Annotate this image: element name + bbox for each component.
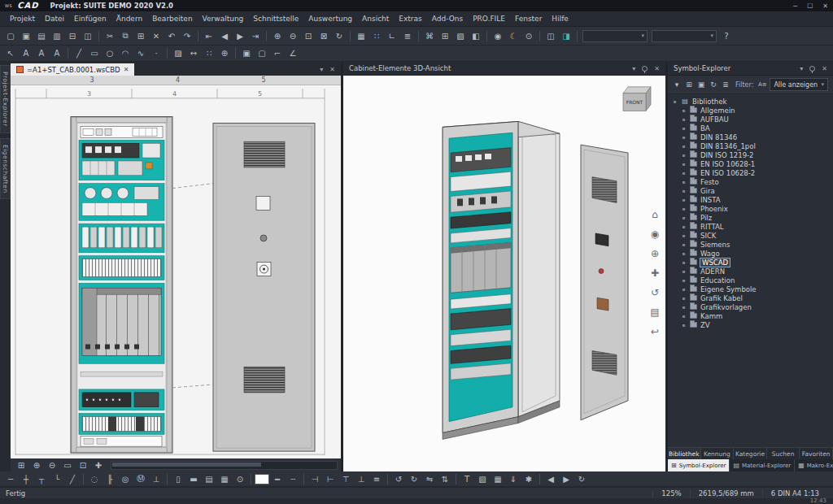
tab-bar-close-icon[interactable]: ✕ — [329, 66, 335, 73]
tree-item-din-iso-1219-2[interactable]: ▪DIN ISO 1219-2 — [672, 150, 833, 159]
wire-angle-icon[interactable]: ╱ — [65, 473, 80, 485]
menu-fenster[interactable]: Fenster — [510, 13, 547, 24]
menu-pro-file[interactable]: PRO.FILE — [468, 13, 510, 24]
pin-icon[interactable] — [642, 66, 648, 72]
view-tab-kategorie[interactable]: Kategorie — [734, 448, 767, 459]
window-split-icon[interactable]: ◫ — [543, 30, 558, 42]
draw-rectangle-icon[interactable]: ▭ — [87, 47, 102, 59]
tab-list-icon[interactable]: ▾ — [320, 66, 323, 73]
tree-item-festo[interactable]: ▪Festo — [672, 177, 833, 186]
tree-item-wscad[interactable]: ▪WSCAD — [672, 258, 833, 267]
viewer-3d-canvas[interactable]: FRONT ⌂◉⊕✚↺▤↩ — [343, 76, 665, 471]
zoom-view-icon[interactable]: ⊕ — [648, 247, 661, 260]
menu-auswertung[interactable]: Auswertung — [303, 13, 357, 24]
first-sheet-icon[interactable]: ⇤ — [202, 30, 216, 42]
align-bottom-icon[interactable]: ⊥ — [354, 473, 369, 485]
new-document-icon[interactable]: ▢ — [3, 30, 18, 42]
view-tab-favoriten[interactable]: Favoriten — [800, 448, 833, 459]
mirror-vertical-icon[interactable]: ⇅ — [438, 473, 452, 485]
color-swatch[interactable] — [255, 474, 269, 484]
wire-cross-icon[interactable]: ┼ — [19, 473, 33, 485]
zoom-selection-doc-icon[interactable]: ⊡ — [76, 459, 90, 471]
pan-view-icon[interactable]: ✚ — [648, 267, 661, 280]
home-view-icon[interactable]: ⌂ — [648, 208, 661, 221]
text-style-large-icon[interactable]: A — [19, 47, 33, 59]
menu-extras[interactable]: Extras — [394, 13, 426, 24]
wire-corner-icon[interactable]: └ — [50, 473, 64, 485]
copy-icon[interactable]: ⧉ — [118, 30, 133, 42]
tree-item-grafik-kabel[interactable]: ▪Grafik Kabel — [672, 293, 833, 302]
panel-tab-symbol-explorer[interactable]: ⊞Symbol-Explorer — [668, 459, 730, 471]
menu-einf-gen[interactable]: Einfügen — [69, 13, 111, 24]
sheet-overview-icon[interactable]: ⊞ — [14, 459, 28, 471]
plugin-manager-icon[interactable]: ◧ — [469, 30, 483, 42]
grid-icon[interactable]: ▦ — [354, 30, 369, 42]
text-style-medium-icon[interactable]: A — [34, 47, 49, 59]
exit-3d-icon[interactable]: ↩ — [648, 325, 661, 338]
tree-item-aufbau[interactable]: ▪AUFBAU — [672, 115, 833, 124]
minimize-button[interactable]: ─ — [793, 2, 797, 10]
mounting-rail-icon[interactable]: ▬ — [186, 473, 201, 485]
orbit-view-icon[interactable]: ◉ — [648, 228, 661, 241]
pin-icon[interactable] — [809, 66, 815, 72]
redraw-icon[interactable]: ↻ — [332, 30, 347, 42]
tab-close-icon[interactable]: ✕ — [124, 66, 129, 73]
next-sheet-icon[interactable]: ▶ — [233, 30, 247, 42]
expander-icon[interactable]: ▪ — [681, 188, 687, 193]
cabinet-layout-icon[interactable]: ▯ — [171, 473, 185, 485]
orientation-cube[interactable]: FRONT — [623, 87, 651, 111]
expander-icon[interactable]: ▪ — [681, 143, 687, 149]
wire-icon[interactable]: ─ — [3, 473, 18, 485]
text-style-small-icon[interactable]: A — [50, 47, 64, 59]
panel-close-icon[interactable]: ✕ — [822, 65, 827, 72]
draw-point-icon[interactable]: · — [149, 47, 164, 59]
align-top-icon[interactable]: ⊤ — [338, 473, 353, 485]
save-icon[interactable]: ▤ — [34, 30, 49, 42]
3d-view-icon[interactable]: ◨ — [559, 30, 574, 42]
draw-circle-icon[interactable]: ○ — [102, 47, 117, 59]
tree-item-din-81346[interactable]: ▪DIN 81346 — [672, 133, 833, 141]
rotate-right-icon[interactable]: ↻ — [407, 473, 421, 485]
view-tab-suchen[interactable]: Suchen — [767, 448, 800, 459]
dark-mode-icon[interactable]: ☾ — [506, 30, 521, 42]
pan-doc-icon[interactable]: ✚ — [91, 459, 106, 471]
ortho-icon[interactable]: ∟ — [385, 30, 399, 42]
tree-item-en-iso-10628-1[interactable]: ▪EN ISO 10628-1 — [672, 159, 833, 168]
mirror-horizontal-icon[interactable]: ⇋ — [422, 473, 437, 485]
delete-icon[interactable]: ✕ — [149, 30, 164, 42]
ungroup-icon[interactable]: ▢ — [255, 47, 269, 59]
zoom-out-doc-icon[interactable]: ⊖ — [45, 459, 59, 471]
previous-view-icon[interactable]: ◀ — [543, 473, 558, 485]
terminal-icon[interactable]: ◌ — [87, 473, 102, 485]
zoom-page-doc-icon[interactable]: ▭ — [60, 459, 75, 471]
distribute-icon[interactable]: ≡ — [369, 473, 384, 485]
redo-icon[interactable]: ↷ — [180, 30, 194, 42]
zoom-level[interactable]: 125% — [652, 489, 689, 497]
pdf-export-icon[interactable]: ⇓ — [506, 473, 521, 485]
coil-icon[interactable]: ◎ — [118, 473, 133, 485]
expander-icon[interactable]: ▪ — [681, 116, 687, 122]
expander-icon[interactable]: ▪ — [681, 215, 687, 220]
layers-icon[interactable]: ≣ — [400, 30, 415, 42]
settings-icon[interactable]: ✱ — [521, 473, 536, 485]
close-button[interactable]: ✕ — [822, 2, 828, 10]
expander-icon[interactable]: ▪ — [681, 286, 687, 292]
zoom-out-icon[interactable]: ⊖ — [286, 30, 300, 42]
pin-view-icon[interactable]: ⊙ — [521, 30, 536, 42]
expander-icon[interactable]: ▪ — [681, 161, 687, 167]
expander-icon[interactable]: ▪ — [681, 206, 687, 211]
view-mode-icon[interactable]: ≣ — [720, 79, 731, 91]
tree-item-zv[interactable]: ▪ZV — [672, 320, 833, 329]
expander-icon[interactable]: ▪ — [681, 259, 687, 265]
tree-item-rittal[interactable]: ▪RITTAL — [672, 222, 833, 231]
print-icon[interactable]: ⊟ — [65, 30, 80, 42]
last-sheet-icon[interactable]: ⇥ — [248, 30, 263, 42]
scale-combo[interactable]: ▾ — [652, 30, 717, 42]
panel-close-icon[interactable]: ✕ — [654, 65, 660, 72]
motor-icon[interactable]: Ⓜ — [133, 473, 148, 485]
expander-icon[interactable]: ▪ — [681, 268, 687, 274]
zoom-window-icon[interactable]: ⊡ — [301, 30, 316, 42]
refresh-icon[interactable]: ↻ — [708, 79, 719, 91]
align-left-icon[interactable]: ⊣ — [307, 473, 322, 485]
undo-icon[interactable]: ↶ — [164, 30, 179, 42]
